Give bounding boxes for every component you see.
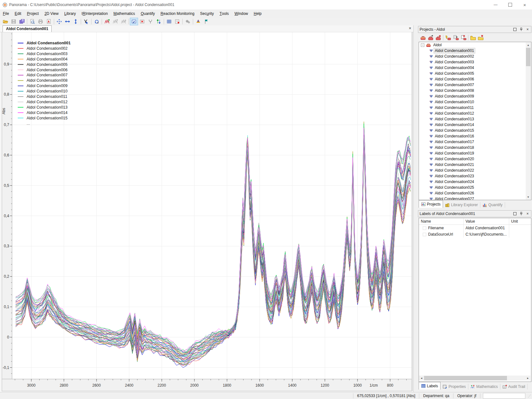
scrollbar-thumb[interactable] [526,48,530,66]
new-folder-icon[interactable] [469,34,477,41]
report-icon[interactable] [173,18,181,25]
project-tree-item[interactable]: ΨAldol Condensation009 [419,93,531,99]
tree-scrollbar[interactable]: ▲ ▼ [526,42,531,200]
resize-grip[interactable]: ⋰ [528,394,531,398]
project-tree-item[interactable]: ΨAldol Condensation006 [419,76,531,82]
project-tree-item[interactable]: ΨAldol Condensation013 [419,116,531,122]
column-header[interactable]: Unit [509,218,530,225]
label-row[interactable]: FilenameAldol Condensation001 [419,225,531,231]
print-icon[interactable] [36,18,45,25]
delete-folder-icon[interactable] [477,34,484,41]
menu-item-reaction-monitoring[interactable]: Reaction Monitoring [158,10,197,18]
projects-tab-quantify[interactable]: Quantify [480,202,505,208]
scroll-left-icon[interactable]: ◄ [419,376,424,381]
project-tree-item[interactable]: ΨAldol Condensation024 [419,179,531,185]
close-button[interactable]: × [517,0,532,10]
label-row[interactable]: DataSourceUrlC:\Users\jf\Documents... [419,231,531,238]
3d-view-icon[interactable] [194,18,202,25]
labels-tab-audit[interactable]: Audit Trail [500,384,528,390]
import-data-icon[interactable] [444,34,452,41]
save-icon[interactable] [10,18,18,25]
hscrollbar-thumb[interactable] [424,376,507,380]
projects-tab-library[interactable]: Library Explorer [443,202,480,208]
minimize-button[interactable]: — [488,0,503,10]
reset-view-icon[interactable] [92,18,101,25]
project-tree-item[interactable]: ΨAldol Condensation008 [419,88,531,93]
project-tree-item[interactable]: ΨAldol Condensation017 [419,139,531,145]
peak-pick-icon[interactable] [103,18,111,25]
project-tree-root[interactable]: −Aldol [419,42,531,48]
save-all-icon[interactable] [18,18,26,25]
project-tree-item[interactable]: ΨAldol Condensation019 [419,150,531,156]
column-header[interactable]: Value [463,218,509,225]
select-cursor-icon[interactable] [82,18,90,25]
menu-item-ir-interpretation[interactable]: IR Interpretation [79,10,111,18]
project-tree-item[interactable]: ΨAldol Condensation011 [419,105,531,111]
split-view-icon[interactable] [146,18,155,25]
labels-tab-properties[interactable]: Properties [440,384,468,390]
project-tree-item[interactable]: ΨAldol Condensation022 [419,168,531,173]
project-tree-item[interactable]: ΨAldol Condensation003 [419,59,531,65]
fit-width-icon[interactable] [63,18,72,25]
menu-item-project[interactable]: Project [24,10,41,18]
menu-item-edit[interactable]: Edit [12,10,24,18]
project-tree-item[interactable]: ΨAldol Condensation018 [419,145,531,150]
project-tree-item[interactable]: ΨAldol Condensation001 [419,48,531,54]
close-project-icon[interactable] [434,34,442,41]
close-panel-icon[interactable]: × [525,212,530,216]
peak-pick-add-icon[interactable] [111,18,119,25]
annotate-icon[interactable] [130,18,138,25]
collapse-icon[interactable]: − [421,43,424,47]
delete-view-icon[interactable] [138,18,146,25]
projects-tab-projects[interactable]: Projects [419,200,443,208]
project-tree-item[interactable]: ΨAldol Condensation010 [419,99,531,105]
menu-item-file[interactable]: File [0,10,12,18]
project-tree-item[interactable]: ΨAldol Condensation005 [419,71,531,76]
float-panel-icon[interactable] [513,27,517,32]
project-tree-item[interactable]: ΨAldol Condensation015 [419,128,531,133]
save-project-icon[interactable] [427,34,434,41]
project-tree-item[interactable]: ΨAldol Condensation012 [419,111,531,116]
menu-item-quantify[interactable]: Quantify [138,10,158,18]
swap-axes-icon[interactable] [155,18,163,25]
menu-item-2d-view[interactable]: 2D View [41,10,61,18]
scroll-down-icon[interactable]: ▼ [526,194,531,200]
project-tree-item[interactable]: ΨAldol Condensation027 [419,196,531,200]
project-tree-item[interactable]: ΨAldol Condensation002 [419,54,531,59]
copy-data-icon[interactable] [452,34,459,41]
print-preview-icon[interactable] [28,18,36,25]
menu-item-security[interactable]: Security [197,10,217,18]
labels-tab-labels[interactable]: Labels [419,382,440,390]
spectra-chart[interactable]: 0,90,80,70,60,50,40,30,20,10-0,1Abs30002… [0,32,413,392]
project-tree-item[interactable]: ΨAldol Condensation020 [419,156,531,162]
pin-panel-icon[interactable] [519,212,523,216]
close-document-icon[interactable]: × [409,26,411,30]
labels-hscrollbar[interactable]: ◄ ► [419,376,530,381]
project-tree-item[interactable]: ΨAldol Condensation004 [419,65,531,71]
remove-data-icon[interactable] [459,34,467,41]
open-project-icon[interactable] [419,34,427,41]
settings-icon[interactable] [184,18,192,25]
document-tab[interactable]: Aldol Condensation001 [3,25,52,32]
open-icon[interactable] [1,18,10,25]
project-tree-item[interactable]: ΨAldol Condensation023 [419,173,531,179]
project-tree-item[interactable]: ΨAldol Condensation007 [419,82,531,88]
project-tree-item[interactable]: ΨAldol Condensation016 [419,133,531,139]
fit-height-icon[interactable] [72,18,80,25]
table-view-icon[interactable] [165,18,173,25]
project-tree-item[interactable]: ΨAldol Condensation025 [419,185,531,190]
float-panel-icon[interactable] [513,212,517,216]
labels-tab-mathematics[interactable]: Mathematics [468,384,500,390]
project-tree-item[interactable]: ΨAldol Condensation014 [419,122,531,128]
menu-item-help[interactable]: Help [251,10,264,18]
maximize-button[interactable] [503,0,517,10]
column-header[interactable]: Name [419,218,463,225]
project-tree-item[interactable]: ΨAldol Condensation021 [419,162,531,168]
scroll-right-icon[interactable]: ► [525,376,530,381]
peak-pick-remove-icon[interactable] [119,18,128,25]
scroll-up-icon[interactable]: ▲ [526,42,531,48]
menu-item-library[interactable]: Library [61,10,79,18]
menu-item-mathematics[interactable]: Mathematics [111,10,138,18]
menu-item-tools[interactable]: Tools [217,10,231,18]
pin-panel-icon[interactable] [519,27,523,32]
